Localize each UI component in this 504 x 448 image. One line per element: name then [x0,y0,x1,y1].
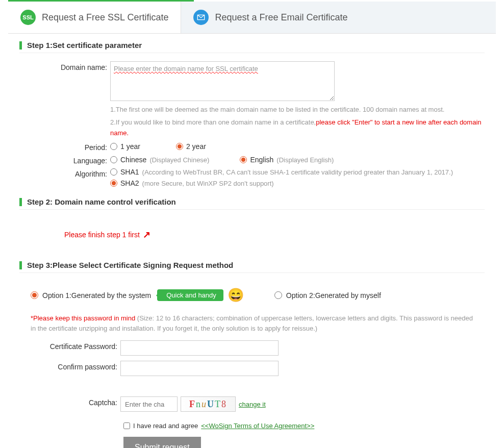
cert-password-input[interactable] [120,340,279,356]
period-label: Period: [19,141,110,152]
quick-handy-badge: Quick and handy [157,289,223,301]
ssl-icon: SSL [20,10,36,25]
domain-name-label: Domain name: [19,61,110,71]
tab-ssl[interactable]: SSL Request a Free SSL Certificate [8,2,181,33]
smiley-icon: 😄 [228,287,244,303]
step-marker-icon [19,198,22,206]
tab-email[interactable]: Request a Free Email Certificate [181,2,360,33]
csr-option2[interactable]: Option 2:Generated by myself [274,291,381,300]
domain-hint2: 2.If you would like to bind more than on… [110,117,485,139]
password-note: *Please keep this password in mind (Size… [19,313,485,340]
domain-name-input[interactable] [110,61,335,101]
step2-header: Step 2: Domain name control verification [19,197,485,210]
algorithm-sha2[interactable]: SHA2 (more Secure, but WinXP SP2 don't s… [110,179,485,187]
language-label: Language: [19,155,110,165]
language-english[interactable]: English (Displayed English) [240,156,334,164]
tab-email-label: Request a Free Email Certificate [215,12,347,23]
confirm-password-input[interactable] [120,361,279,376]
step1-header: Step 1:Set certificate parameter [19,41,485,53]
domain-hint1: 1.The first one will be deemed as the ma… [110,105,485,115]
change-captcha-link[interactable]: change it [239,401,266,408]
csr-option1[interactable]: Option 1:Generated by the system Quick a… [31,287,244,303]
cert-password-label: Certificate Password: [19,340,120,351]
captcha-input[interactable] [120,396,178,412]
captcha-label: Captcha: [19,396,120,407]
agree-checkbox[interactable] [123,422,130,429]
period-2year[interactable]: 2 year [176,142,206,151]
algorithm-sha1[interactable]: SHA1 (According to WebTrust BR, CA can't… [110,168,485,176]
step-marker-icon [19,261,22,269]
email-icon [193,10,209,25]
step3-title: Step 3:Please Select Certificate Signing… [27,261,233,269]
terms-link[interactable]: <<WoSign Terms of Use Agreement>> [201,422,314,430]
algorithm-label: Algorithm: [19,168,110,178]
step2-message: Please finish step 1 first ↗ [19,218,485,254]
step2-title: Step 2: Domain name control verification [27,197,176,206]
step3-header: Step 3:Please Select Certificate Signing… [19,261,485,273]
step-marker-icon [19,41,22,49]
submit-button[interactable]: Submit request [123,437,201,448]
period-1year[interactable]: 1 year [110,142,140,151]
confirm-password-label: Confirm password: [19,361,120,371]
arrow-up-icon: ↗ [143,229,150,240]
language-chinese[interactable]: Chinese (Displayed Chinese) [110,156,209,164]
agree-text: I have read and agree [133,422,198,430]
step1-title: Step 1:Set certificate parameter [27,41,142,49]
tabs: SSL Request a Free SSL Certificate Reque… [8,2,496,34]
tab-ssl-label: Request a Free SSL Certificate [42,12,168,23]
captcha-image[interactable]: FnuUT8 [181,396,236,412]
